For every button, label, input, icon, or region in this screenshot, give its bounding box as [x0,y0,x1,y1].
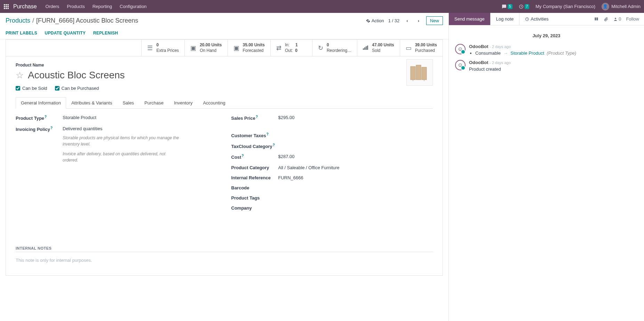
svg-rect-3 [4,6,5,7]
tab-general-information[interactable]: General Information [16,97,66,109]
nav-orders[interactable]: Orders [46,4,59,9]
internal-reference-label: Internal Reference [231,175,278,180]
stat-label: Sold [372,48,394,54]
invoicing-policy-value[interactable]: Delivered quantities [63,126,181,131]
pager-text[interactable]: 1 / 32 [388,18,400,23]
action-buttons-bar: PRINT LABELS UPDATE QUANTITY REPLENISH [0,28,448,39]
messaging-icon[interactable]: 5 [502,4,512,9]
pager-next[interactable]: › [415,17,422,25]
help-text-1: Storable products are physical items for… [63,135,181,147]
help-icon[interactable]: ? [45,115,47,119]
product-image[interactable] [406,59,433,86]
out-label: Out: [285,48,293,53]
cubes-icon: ▣ [190,44,196,52]
action-label: Action [372,18,384,23]
stat-label: Extra Prices [156,48,179,54]
followers-button[interactable]: 0 [613,16,621,22]
replenish-button[interactable]: REPLENISH [93,31,118,36]
tab-attributes-variants[interactable]: Attributes & Variants [66,97,118,109]
send-message-button[interactable]: Send message [449,13,491,25]
product-category-value[interactable]: All / Saleable / Office Furniture [278,165,340,170]
favorite-star-icon[interactable]: ☆ [16,70,24,81]
message-author[interactable]: OdooBot [469,60,488,65]
nav-reporting[interactable]: Reporting [93,4,112,9]
list-icon: ☰ [147,44,153,52]
stat-value: 0 [327,42,351,48]
module-name[interactable]: Purchase [13,3,37,10]
breadcrumb-current: [FURN_6666] Acoustic Bloc Screens [36,17,138,24]
stat-on-hand[interactable]: ▣ 20.00 UnitsOn Hand [184,40,227,56]
stat-purchased[interactable]: ▭ 39.00 UnitsPurchased [400,40,443,56]
stat-forecasted[interactable]: ▣ 35.00 UnitsForecasted [228,40,270,56]
apps-menu-icon[interactable] [3,4,9,9]
tab-purchase[interactable]: Purchase [139,97,169,109]
can-be-purchased-checkbox[interactable]: Can be Purchased [55,86,99,91]
tracking-old-value: Consumable [475,50,501,56]
attachment-icon[interactable] [604,17,609,22]
svg-rect-15 [416,65,421,80]
control-panel: Products / [FURN_6666] Acoustic Bloc Scr… [0,13,448,28]
book-icon[interactable] [594,17,599,22]
nav-products[interactable]: Products [67,4,85,9]
refresh-icon: ↻ [318,44,323,52]
svg-rect-2 [8,4,9,6]
customer-taxes-label: Customer Taxes? [231,132,278,138]
bot-avatar-icon: ☺ [455,60,466,70]
activities-button[interactable]: Activities [519,13,554,25]
help-icon[interactable]: ? [256,115,258,119]
tab-inventory[interactable]: Inventory [169,97,198,109]
person-icon [613,17,618,21]
internal-notes-input[interactable]: This note is only for internal purposes. [16,255,433,266]
help-icon[interactable]: ? [50,126,53,130]
can-be-sold-checkbox[interactable]: Can be Sold [16,86,47,91]
stat-sold[interactable]: 47.00 UnitsSold [357,40,399,56]
breadcrumb-separator: / [32,17,34,24]
user-menu[interactable]: 👤 Mitchell Admin [602,3,641,10]
breadcrumb-root[interactable]: Products [6,17,30,24]
help-icon[interactable]: ? [267,132,269,136]
stat-label: Purchased [415,48,437,54]
internal-reference-value[interactable]: FURN_6666 [278,175,303,180]
new-button[interactable]: New [426,16,443,25]
stat-in-out[interactable]: ⇄ In: 1 Out: 0 [270,40,312,56]
update-quantity-button[interactable]: UPDATE QUANTITY [45,31,86,36]
svg-rect-4 [6,6,7,7]
stat-value: 47.00 Units [372,42,394,48]
chatter-date-separator: July 29, 2023 [449,33,644,38]
company-label: Company [231,205,278,211]
product-type-value[interactable]: Storable Product [63,115,96,120]
can-be-sold-label: Can be Sold [22,86,47,91]
nav-configuration[interactable]: Configuration [120,4,146,9]
follow-button[interactable]: Follow [626,16,639,22]
pager-prev[interactable]: ‹ [404,17,411,25]
action-menu[interactable]: Action [366,18,384,23]
chatter-topbar: Send message Log note Activities 0 Follo… [449,13,644,25]
message-author[interactable]: OdooBot [469,44,488,49]
svg-rect-10 [363,48,364,50]
tab-accounting[interactable]: Accounting [198,97,230,109]
stat-extra-prices[interactable]: ☰ 0Extra Prices [141,40,184,56]
company-switcher[interactable]: My Company (San Francisco) [535,4,595,9]
tracking-new-value[interactable]: Storable Product [510,50,544,56]
tab-sales[interactable]: Sales [117,97,139,109]
help-icon[interactable]: ? [273,143,275,147]
arrow-icon: → [503,50,508,56]
help-icon[interactable]: ? [241,154,244,158]
log-note-button[interactable]: Log note [491,13,520,25]
product-name-label: Product Name [16,63,433,68]
svg-rect-7 [6,8,7,9]
activities-icon[interactable]: 7 [519,4,530,9]
print-labels-button[interactable]: PRINT LABELS [6,31,37,36]
svg-rect-1 [6,4,7,6]
chart-icon [363,44,368,52]
svg-rect-8 [8,8,9,9]
help-text-2: Invoice after delivery, based on quantit… [63,151,181,163]
can-be-purchased-label: Can be Purchased [62,86,99,91]
sales-price-value[interactable]: $295.00 [278,115,295,120]
cost-value[interactable]: $287.00 [278,154,295,159]
product-title[interactable]: Acoustic Bloc Screens [28,70,125,81]
cubes-icon: ▣ [233,44,239,52]
stat-reordering[interactable]: ↻ 0Reordering… [312,40,357,56]
card-icon: ▭ [406,44,412,52]
avatar-icon: 👤 [602,3,609,10]
